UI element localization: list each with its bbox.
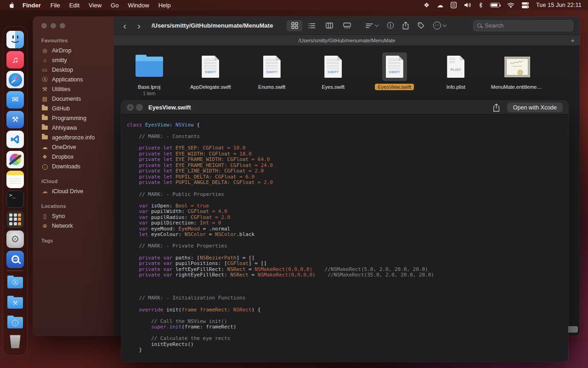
tab-path[interactable]: /Users/smitty/GitHub/menumate/MenuMate [299,38,396,43]
search-field[interactable] [473,20,573,31]
open-with-xcode-button[interactable]: Open with Xcode [507,103,563,112]
utilities-folder-dock-icon[interactable]: ⚒ [6,293,24,311]
downloads-folder-dock-icon[interactable]: ↓ [6,313,24,331]
menu-go[interactable]: Go [106,2,123,9]
zoom-button[interactable] [60,23,65,29]
sidebar-item-ahhiyawa[interactable]: Ahhiyawa [40,123,108,132]
battery-icon[interactable] [490,3,500,7]
tag-button[interactable] [418,22,424,29]
code-line [127,278,565,284]
sidebar-item-airdrop[interactable]: ◎AirDrop [40,46,108,55]
sidebar-item-dropbox[interactable]: ❖Dropbox [40,152,108,161]
system-preferences-dock-icon[interactable]: ⚙ [6,230,24,248]
sidebar-header-icloud: iCloud [41,178,108,184]
folder-icon [42,126,48,130]
code-search-dock-icon[interactable]: code [6,251,24,268]
quicklook-title: EyesView.swift [148,104,191,111]
preview-dock-icon[interactable] [6,151,24,168]
sidebar-header-favourites: Favourites [41,38,108,43]
menu-view[interactable]: View [84,2,106,9]
code-line: // MARK: - Constants [127,134,565,140]
chevron-down-icon [375,23,379,27]
file-eyesview-swift[interactable]: SWIFTEyesView.swift [364,52,425,96]
swift-document-icon: SWIFT [263,56,281,78]
sidebar-item-icloud-drive[interactable]: ☁iCloud Drive [40,186,108,196]
quicklook-close-button[interactable]: × [127,104,134,111]
wifi-icon[interactable] [507,2,514,8]
file-appdelegate-swift[interactable]: SWIFTAppDelegate.swift [180,52,242,96]
sidebar-item-downloads[interactable]: ↓Downloads [40,161,108,171]
sidebar-item-utilities[interactable]: ⚒Utilities [40,84,108,94]
status-icons: ❖☁ [424,1,529,9]
file-enums-swift[interactable]: SWIFTEnums.swift [241,52,303,96]
menu-window[interactable]: Window [123,2,153,9]
search-input[interactable] [485,22,569,29]
finder-dock-icon[interactable] [6,31,24,48]
notes-dock-icon[interactable] [6,171,24,188]
group-by-button[interactable] [366,23,378,29]
bluetooth-icon[interactable] [479,2,483,8]
home-icon: ⌂ [41,58,48,63]
plist-document-icon: PLIST [447,56,464,78]
menu-edit[interactable]: Edit [65,2,84,9]
sidebar-item-network[interactable]: ⊕Network [40,221,108,230]
sidebar-item-github[interactable]: GitHub [40,104,108,113]
sidebar-item-applications[interactable]: ⒶApplications [40,75,108,84]
onedrive-icon[interactable]: ☁ [437,1,443,9]
volume-icon[interactable] [464,2,471,8]
istat-menus-icon[interactable] [451,2,457,8]
menu-help[interactable]: Help [154,2,175,9]
cloud-outline-icon: ☁ [41,189,48,194]
menu-file[interactable]: File [46,2,65,9]
sidebar-item-desktop[interactable]: ▭Desktop [40,65,108,75]
terminal-dock-icon[interactable]: >_ [6,190,24,208]
list-view-button[interactable] [304,20,320,31]
quicklook-share-button[interactable] [493,104,500,112]
sidebar-item-onedrive[interactable]: ☁OneDrive [40,142,108,152]
apple-logo-icon[interactable] [6,2,17,9]
mail-dock-icon[interactable]: ✉ [6,91,24,109]
sidebar-section-locations: Locations▯Syno⊕Network [40,203,108,230]
vscode-dock-icon[interactable] [6,131,24,148]
music-dock-icon[interactable]: ♫ [6,51,24,69]
stacked-drives-icon[interactable] [522,2,529,8]
sidebar-item-smitty[interactable]: ⌂smitty [40,55,108,65]
code-line: } [127,347,565,353]
share-button[interactable] [402,22,409,29]
file-menumate-entitlements[interactable]: MenuMate.entitlements [486,52,548,96]
menu-finder[interactable]: Finder [17,2,46,9]
close-button[interactable] [41,23,47,29]
sidebar-item-syno[interactable]: ▯Syno [40,211,108,221]
quicklook-fullscreen-button[interactable] [136,104,143,111]
dropbox-icon[interactable]: ❖ [424,1,430,9]
applications-folder-dock-icon[interactable]: Ⓐ [6,273,24,291]
back-button[interactable]: ‹ [123,21,126,30]
menu-bar-clock[interactable]: Tue 15 Jun 22:11 [536,2,582,8]
get-info-button[interactable]: ⓘ [387,21,394,30]
dock-divider [7,270,23,271]
gallery-view-button[interactable] [339,20,355,31]
icon-view-button[interactable] [287,20,302,31]
sidebar-header-tags: Tags [41,238,108,243]
calculator-dock-icon[interactable] [6,211,24,228]
minimize-button[interactable] [51,23,56,29]
file-base-lproj[interactable]: Base.lproj1 item [119,52,180,96]
file-info-plist[interactable]: PLISTInfo.plist [425,52,487,96]
text-lines [388,59,401,69]
more-actions-button[interactable]: ⋯ [433,22,446,29]
sidebar-item-label: smitty [52,57,67,63]
sidebar-item-ageofbronze-info[interactable]: ageofbronze.info [40,132,108,142]
sidebar-item-documents[interactable]: ▤Documents [40,94,108,104]
file-icon-plate: PLIST [443,52,468,81]
swift-document-icon: SWIFT [386,56,403,78]
forward-button[interactable]: › [137,21,141,30]
safari-dock-icon[interactable] [6,71,24,88]
add-tab-button[interactable]: + [571,35,575,46]
trash-dock-icon[interactable] [6,333,24,351]
desktop: { "menu_bar": { "active_app": "Finder", … [0,0,588,368]
column-view-button[interactable] [322,20,337,31]
text-lines [266,59,278,69]
xcode-dock-icon[interactable]: ⚒ [6,111,24,128]
sidebar-item-programming[interactable]: Programming [40,113,108,123]
file-eyes-swift[interactable]: SWIFTEyes.swift [303,52,364,96]
